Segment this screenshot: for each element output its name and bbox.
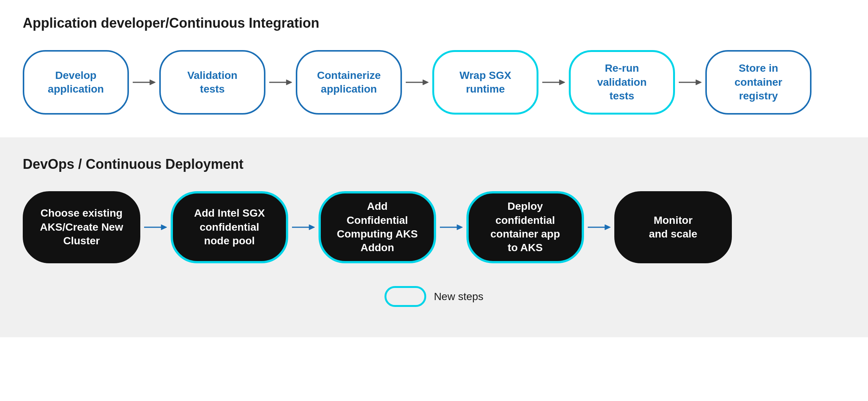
svg-marker-15 <box>457 225 463 230</box>
bottom-section: DevOps / Continuous Deployment Choose ex… <box>0 137 868 337</box>
svg-marker-17 <box>605 225 611 230</box>
bottom-section-title: DevOps / Continuous Deployment <box>23 156 845 172</box>
arrow-1 <box>129 77 159 88</box>
legend: New steps <box>23 286 845 307</box>
arrow-4 <box>538 77 569 88</box>
bottom-arrow-3 <box>436 222 466 233</box>
node-containerize: Containerize application <box>296 50 402 115</box>
svg-marker-1 <box>150 80 155 85</box>
bottom-arrow-2 <box>288 222 319 233</box>
node-wrap-sgx: Wrap SGX runtime <box>432 50 538 115</box>
svg-marker-11 <box>161 225 167 230</box>
bottom-arrow-4 <box>584 222 614 233</box>
svg-marker-3 <box>286 80 292 85</box>
legend-shape <box>385 286 426 307</box>
svg-marker-5 <box>423 80 429 85</box>
svg-marker-9 <box>696 80 702 85</box>
node-rerun: Re-run validation tests <box>569 50 675 115</box>
arrow-2 <box>265 77 296 88</box>
node-add-addon: Add Confidential Computing AKS Addon <box>319 191 436 263</box>
bottom-arrow-1 <box>140 222 171 233</box>
svg-marker-13 <box>309 225 315 230</box>
node-monitor: Monitor and scale <box>614 191 732 263</box>
node-deploy: Deploy confidential container app to AKS <box>466 191 584 263</box>
top-flow-row: Develop application Validation tests Con… <box>23 50 845 115</box>
legend-label: New steps <box>434 291 483 303</box>
top-section: Application developer/Continuous Integra… <box>0 0 868 137</box>
svg-marker-7 <box>559 80 565 85</box>
bottom-flow-row: Choose existing AKS/Create New Cluster A… <box>23 191 845 263</box>
node-validation: Validation tests <box>159 50 265 115</box>
top-section-title: Application developer/Continuous Integra… <box>23 15 845 31</box>
node-develop: Develop application <box>23 50 129 115</box>
node-store: Store in container registry <box>705 50 811 115</box>
node-add-sgx: Add Intel SGX confidential node pool <box>171 191 288 263</box>
arrow-5 <box>675 77 705 88</box>
node-choose: Choose existing AKS/Create New Cluster <box>23 191 140 263</box>
arrow-3 <box>402 77 432 88</box>
